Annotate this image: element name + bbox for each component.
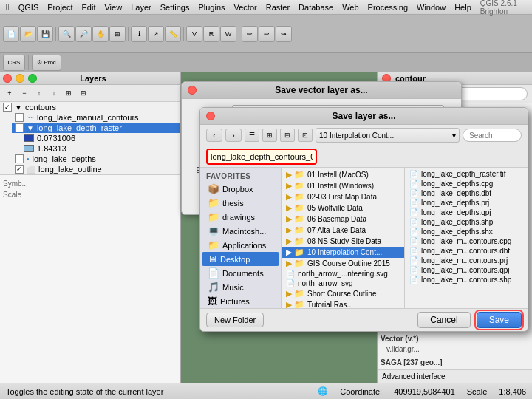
add-wms-btn[interactable]: W	[220, 26, 236, 42]
proc-vlidar-2[interactable]: v.lidar.gr...	[381, 344, 529, 354]
toolbar-sep-3	[183, 27, 184, 41]
layers-panel: Layers + − ↑ ↓ ⊞ ⊟ ▼ contours 〰 long_lak…	[0, 72, 181, 383]
coordinate-label: Coordinate:	[340, 387, 382, 396]
add-vector-btn[interactable]: V	[186, 26, 202, 42]
section-recent: Recently used algorithms Clip grid wi...…	[378, 103, 532, 175]
zoom-in-btn[interactable]: 🔍	[58, 26, 75, 42]
layer-outline-checkbox[interactable]	[15, 165, 24, 174]
layer-manual-contours[interactable]: 〰 long_lake_manual_contours	[12, 112, 180, 123]
save-project-btn[interactable]: 💾	[37, 26, 53, 42]
secondary-toolbar: CRS ⚙ Proc	[0, 53, 532, 72]
menu-plugins[interactable]: Plugins	[198, 3, 225, 12]
legend-label-2: 1.84313	[37, 144, 66, 153]
open-project-btn[interactable]: 📂	[20, 26, 36, 42]
proc-rcontour-4[interactable]: r.contou...	[381, 311, 529, 321]
menu-raster[interactable]: Raster	[266, 3, 290, 12]
map-background-text: ≈	[187, 78, 198, 102]
proc-rsurfco[interactable]: r.surf.co...	[381, 321, 529, 330]
layer-depths[interactable]: • long_lake_depths	[12, 154, 180, 164]
app-title: QGIS 2.6.1-Brighton	[480, 0, 526, 16]
proc-rcontour-st[interactable]: r.contour.st	[381, 164, 529, 174]
measure-btn[interactable]: 📏	[165, 26, 181, 42]
menu-web[interactable]: Web	[342, 3, 358, 12]
layer-depth-raster[interactable]: ▼ long_lake_depth_raster	[12, 123, 180, 133]
processing-search-input[interactable]	[382, 87, 528, 100]
main-toolbar: 📄 📂 💾 🔍 🔎 ✋ ⊞ ℹ ↗ 📏 V R W ✏ ↩ ↪	[0, 15, 532, 53]
proc-rcontour-1[interactable]: r.contou...	[381, 231, 529, 240]
map-canvas[interactable]: ≈	[181, 72, 377, 383]
coordinate-value: 409919,5084401	[394, 387, 455, 396]
menubar:  QGIS Project Edit View Layer Settings …	[0, 0, 532, 15]
processing-panel-close[interactable]	[382, 74, 391, 83]
section-gdal-header: GDAL/OGR [34...]	[381, 177, 529, 188]
crs-btn[interactable]: CRS	[3, 55, 25, 71]
processing-panel-header: contour	[378, 72, 532, 85]
section-raster-2: Raster (r.*) r.contou... r.contou... r.s…	[378, 289, 532, 332]
menu-vector[interactable]: Vector	[234, 3, 257, 12]
layers-remove-btn[interactable]: −	[18, 86, 31, 100]
menu-processing[interactable]: Processing	[368, 3, 408, 12]
layer-contours-checkbox[interactable]	[3, 103, 12, 112]
add-raster-btn[interactable]: R	[203, 26, 219, 42]
main-area: Layers + − ↑ ↓ ⊞ ⊟ ▼ contours 〰 long_lak…	[0, 72, 532, 383]
menu-layer[interactable]: Layer	[131, 3, 151, 12]
menu-settings[interactable]: Settings	[160, 3, 190, 12]
layers-min-btn[interactable]	[16, 74, 24, 83]
new-project-btn[interactable]: 📄	[3, 26, 19, 42]
toolbar-sep-5	[28, 55, 29, 70]
proc-clip-grid[interactable]: Clip grid wi...	[381, 116, 529, 126]
layer-properties-area: Symb... Scale	[0, 174, 180, 383]
proc-extract-nodes[interactable]: Extract nodes	[381, 126, 529, 135]
toolbar-sep-1	[55, 27, 56, 41]
layer-depth-raster-label: long_lake_depth_raster	[37, 123, 122, 132]
proc-vsurf-bspline[interactable]: v.surf.bspline	[381, 154, 529, 164]
layers-panel-header: Layers	[0, 72, 180, 85]
section-saga: SAGA [237 geo...] Shapes - Grid Contour.…	[378, 355, 532, 369]
proc-grass-comm[interactable]: GRASS comman...	[381, 207, 529, 216]
menu-window[interactable]: Window	[417, 3, 446, 12]
processing-search-bar	[378, 85, 532, 103]
layer-outline[interactable]: ⬜ long_lake_outline	[12, 164, 180, 174]
undo-btn[interactable]: ↩	[259, 26, 275, 42]
redo-btn[interactable]: ↪	[276, 26, 292, 42]
layers-expand-btn[interactable]: ⊟	[77, 86, 90, 100]
layers-group-btn[interactable]: ⊞	[62, 86, 75, 100]
layers-down-btn[interactable]: ↓	[47, 86, 61, 100]
layers-up-btn[interactable]: ↑	[33, 86, 46, 100]
menu-project[interactable]: Project	[47, 3, 72, 12]
proc-rcontour-3[interactable]: r.contou...	[381, 301, 529, 311]
proc-contour[interactable]: Contour	[381, 197, 529, 207]
processing-list: Recently used algorithms Clip grid wi...…	[378, 103, 532, 369]
select-btn[interactable]: ↗	[148, 26, 164, 42]
layers-max-btn[interactable]	[28, 74, 37, 83]
menu-database[interactable]: Database	[299, 3, 333, 12]
symbology-label: Symb...	[3, 180, 177, 188]
processing-btn[interactable]: ⚙ Proc	[32, 55, 61, 71]
menu-view[interactable]: View	[104, 3, 122, 12]
pan-btn[interactable]: ✋	[92, 26, 109, 42]
edit-btn[interactable]: ✏	[242, 26, 258, 42]
layer-depths-checkbox[interactable]	[15, 154, 24, 163]
layers-add-btn[interactable]: +	[3, 86, 16, 100]
apple-menu[interactable]: 	[6, 1, 10, 13]
layer-depth-raster-checkbox[interactable]	[15, 123, 24, 132]
toolbar-sep-2	[128, 27, 129, 41]
menu-edit[interactable]: Edit	[82, 3, 96, 12]
identify-btn[interactable]: ℹ	[131, 26, 147, 42]
layer-contours[interactable]: ▼ contours	[0, 102, 180, 112]
section-raster-1-header: Raster (r.*)	[381, 219, 529, 231]
menu-qgis[interactable]: QGIS	[18, 3, 39, 12]
zoom-full-btn[interactable]: ⊞	[109, 26, 126, 42]
scale-value: 1:8,406	[499, 387, 526, 396]
proc-vsurf-rst[interactable]: v.surf.rst --	[381, 135, 529, 145]
layers-close-btn[interactable]	[3, 74, 12, 83]
menu-help[interactable]: Help	[454, 3, 471, 12]
layer-manual-checkbox[interactable]	[15, 113, 24, 122]
zoom-out-btn[interactable]: 🔎	[75, 26, 92, 42]
proc-vlidar[interactable]: v.lidar.gr...	[381, 264, 529, 273]
proc-rcontour-2[interactable]: r.contou...	[381, 240, 529, 250]
legend-item-1: 0.0731006	[21, 133, 180, 143]
layer-manual-label: long_lake_manual_contours	[37, 113, 139, 122]
proc-gdal-extract[interactable]: [GDAL] Extrac...	[381, 188, 529, 197]
proc-random-sele[interactable]: Random sele...	[381, 145, 529, 154]
